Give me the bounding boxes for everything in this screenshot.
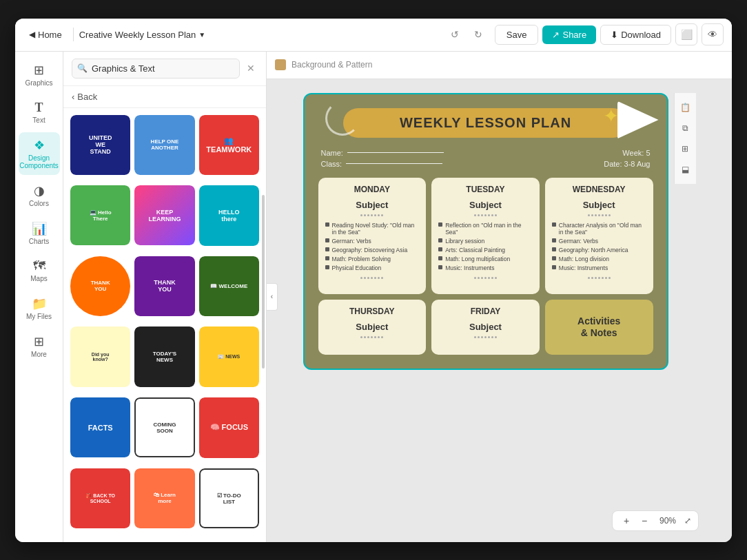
more-label: More (31, 351, 47, 358)
sticker-todaysnews[interactable]: TODAY'SNEWS (134, 326, 194, 386)
canvas-wrapper[interactable]: ✦ WEEKLY LESSON PLAN Name: (267, 79, 732, 542)
list-item: German: Verbs (325, 238, 420, 245)
save-button[interactable]: Save (495, 25, 539, 45)
maps-label: Maps (30, 275, 47, 282)
tuesday-dots (438, 214, 533, 216)
list-item: Reading Novel Study: "Old man in the Sea… (325, 222, 420, 236)
wednesday-dots (552, 214, 646, 216)
list-item: Geography: North America (552, 247, 646, 253)
sticker-didyouknow[interactable]: Did youknow? (70, 326, 130, 386)
name-label: Name: (321, 149, 343, 157)
redo-button[interactable]: ↻ (467, 23, 489, 45)
sticker-hello2[interactable]: HELLOthere (199, 185, 259, 245)
sticker-thankyou2[interactable]: THANKYOU (134, 256, 194, 316)
monday-items: Reading Novel Study: "Old man in the Sea… (325, 222, 420, 271)
search-icon: 🔍 (77, 63, 88, 73)
page-settings-button[interactable]: 📋 (676, 98, 694, 116)
myfiles-icon: 📁 (32, 296, 47, 311)
thursday-subject: Subject (325, 322, 420, 332)
expand-button[interactable]: ⬓ (676, 160, 694, 178)
zoom-out-button[interactable]: − (637, 514, 651, 528)
download-label: Download (621, 30, 661, 40)
search-input[interactable] (72, 59, 240, 79)
sidebar-item-more[interactable]: ⊞ More (19, 329, 60, 364)
sticker-todolist[interactable]: ☑ TO-DOLIST (199, 468, 259, 528)
undo-button[interactable]: ↺ (444, 23, 466, 45)
name-line: Name: (321, 149, 444, 157)
sticker-help[interactable]: HELP ONEANOTHER (134, 115, 194, 175)
more-icon: ⊞ (34, 334, 44, 349)
colors-label: Colors (29, 200, 49, 207)
friday-card: FRIDAY Subject (431, 300, 540, 355)
sticker-focus[interactable]: 🧠 FOCUS (199, 397, 259, 457)
sidebar-icons: ⊞ Graphics T Text ❖ DesignComponents ◑ C… (15, 52, 63, 542)
zoom-in-button[interactable]: + (620, 514, 633, 528)
list-item: Math: Long multiplication (438, 256, 533, 262)
sticker-financial[interactable]: 📰 NEWS (199, 326, 259, 386)
right-tools: 📋 ⧉ ⊞ ⬓ (674, 93, 696, 184)
activities-card: Activities& Notes (545, 300, 653, 355)
monday-card: MONDAY Subject Reading Novel Study: "Old… (318, 178, 427, 294)
deco-arrow (617, 101, 659, 139)
week-label: Week: 5 (604, 149, 650, 157)
sticker-thankyou[interactable]: THANKYOU (70, 256, 130, 316)
tuesday-dots-bottom (438, 277, 533, 279)
sticker-facts[interactable]: FACTS (70, 397, 130, 457)
friday-dots (438, 336, 533, 338)
list-item: Math: Problem Solving (325, 256, 420, 262)
sidebar-item-colors[interactable]: ◑ Colors (19, 178, 60, 213)
sidebar-item-charts[interactable]: 📊 Charts (19, 216, 60, 251)
sticker-grid: UNITEDWESTAND HELP ONEANOTHER 👥 TEAMWORK… (63, 108, 266, 542)
monday-header: MONDAY (325, 185, 420, 194)
sidebar-item-graphics[interactable]: ⊞ Graphics (19, 57, 60, 92)
wednesday-dots-bottom (552, 277, 646, 279)
list-item: Arts: Classical Painting (438, 247, 533, 253)
sticker-welcome[interactable]: 📖 WELCOME (199, 256, 259, 316)
sticker-coming[interactable]: COMINGSOON (134, 397, 194, 457)
grid-button[interactable]: ⊞ (676, 140, 694, 158)
resize-button[interactable]: ⬜ (675, 23, 697, 45)
list-item: German: Verbs (552, 238, 646, 245)
topbar: ◀ Home Creative Weekly Lesson Plan ▼ ↺ ↻… (15, 19, 732, 52)
collapse-panel-button[interactable]: ‹ (267, 283, 278, 311)
sticker-keep[interactable]: KEEPLEARNING (134, 185, 194, 245)
sidebar-item-maps[interactable]: 🗺 Maps (19, 253, 60, 288)
canvas-toolbar: Background & Pattern (267, 52, 732, 79)
sticker-learnmore[interactable]: 🛍 Learnmore (134, 468, 194, 528)
bg-color-swatch[interactable] (275, 59, 286, 70)
list-item: Music: Instruments (438, 265, 533, 271)
name-underline (347, 152, 444, 153)
sticker-teamwork[interactable]: 👥 TEAMWORK (199, 115, 259, 175)
list-item: Library session (438, 238, 533, 245)
tuesday-header: TUESDAY (438, 185, 533, 194)
class-line: Class: (321, 160, 444, 168)
monday-dots (325, 214, 420, 216)
sidebar-item-myfiles[interactable]: 📁 My Files (19, 291, 60, 326)
clear-search-button[interactable]: ✕ (244, 61, 258, 75)
preview-button[interactable]: 👁 (702, 23, 724, 45)
share-button[interactable]: ↗ Share (542, 25, 596, 44)
home-button[interactable]: ◀ Home (23, 27, 68, 43)
thursday-header: THURSDAY (325, 307, 420, 316)
activities-title: Activities& Notes (577, 315, 620, 339)
graphics-panel: 🔍 ✕ ‹ Back UNITEDWESTAND HELP ONEANOTHER… (63, 52, 267, 542)
meta-right: Week: 5 Date: 3-8 Aug (604, 149, 650, 168)
search-wrap: 🔍 (72, 59, 240, 79)
lesson-meta: Name: Class: Week: 5 Date: 3-8 Aug (318, 149, 653, 168)
reset-zoom-icon[interactable]: ⤢ (684, 516, 691, 526)
download-button[interactable]: ⬇ Download (600, 25, 671, 45)
charts-icon: 📊 (32, 221, 47, 236)
sticker-hello[interactable]: 💻 HelloThere (70, 185, 130, 245)
bottom-days-grid: THURSDAY Subject FRIDAY Subject (318, 300, 653, 355)
monday-subject: Subject (325, 200, 420, 210)
wednesday-items: Character Analysis on "Old man in the Se… (552, 222, 646, 271)
back-button[interactable]: ‹ Back (63, 86, 266, 108)
sidebar-item-text[interactable]: T Text (19, 95, 60, 129)
sticker-united[interactable]: UNITEDWESTAND (70, 115, 130, 175)
charts-label: Charts (29, 238, 49, 245)
sidebar-item-design[interactable]: ❖ DesignComponents (19, 132, 60, 175)
sticker-backtoschool[interactable]: 🎒 BACK TOSCHOOL (70, 468, 130, 528)
document-title[interactable]: Creative Weekly Lesson Plan ▼ (79, 30, 205, 40)
panel-search-bar: 🔍 ✕ (63, 52, 266, 86)
copy-button[interactable]: ⧉ (676, 119, 694, 137)
